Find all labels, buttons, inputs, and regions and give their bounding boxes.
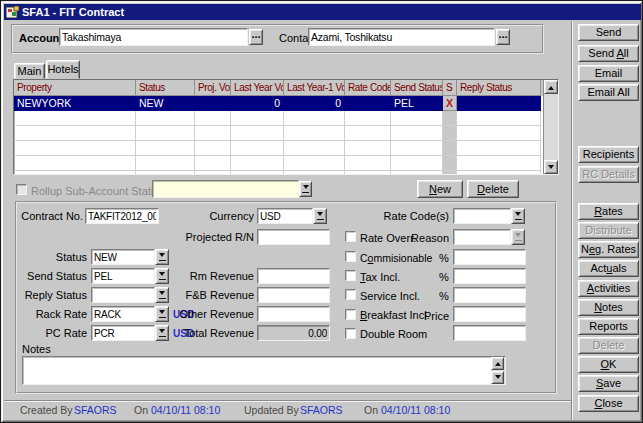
contact-input[interactable]	[308, 28, 495, 46]
side-button-email-all[interactable]: Email All	[578, 84, 639, 101]
rm-revenue-label: Rm Revenue	[179, 270, 254, 282]
side-button-actuals[interactable]: Actuals	[578, 260, 639, 277]
dropdown-arrow-icon	[159, 291, 165, 298]
status-dropdown-button[interactable]	[155, 249, 169, 265]
new-button[interactable]: New	[417, 180, 463, 198]
notes-scrollbar[interactable]	[491, 357, 505, 384]
notes-scroll-up-button[interactable]	[491, 357, 504, 370]
rack-rate-combo	[91, 306, 169, 322]
cell-rate_code	[345, 141, 391, 156]
cell-last_year_vol	[231, 141, 284, 156]
side-button-recipients[interactable]: Recipients	[578, 146, 639, 163]
breakfast-incl-checkbox[interactable]	[345, 309, 356, 320]
service-incl-label: Service Incl.	[360, 290, 420, 302]
table-row-empty[interactable]	[14, 111, 558, 126]
scroll-up-button[interactable]	[544, 80, 558, 94]
other-revenue-input[interactable]	[257, 306, 330, 322]
cell-proj_vol	[195, 126, 231, 141]
currency-dropdown-button[interactable]	[313, 208, 327, 224]
table-row-empty[interactable]	[14, 141, 558, 156]
side-button-neg-rates[interactable]: Neg. Rates	[578, 241, 639, 258]
cell-property	[14, 156, 136, 171]
commissionable-input[interactable]	[453, 249, 526, 265]
table-row-selected[interactable]: NEWYORKNEW00PELX	[14, 96, 558, 111]
table-row-empty[interactable]	[14, 156, 558, 171]
projected-rn-input[interactable]	[257, 229, 330, 245]
updated-on-value: 04/10/11 08:10	[381, 404, 450, 416]
account-browse-button[interactable]: ...	[249, 29, 263, 45]
column-header-s: S	[443, 80, 457, 96]
send-status-dropdown-button[interactable]	[155, 268, 169, 284]
notes-scroll-down-button[interactable]	[491, 371, 504, 384]
side-button-ok[interactable]: OK	[578, 356, 639, 373]
table-scrollbar[interactable]	[543, 80, 558, 174]
rate-codes-input[interactable]	[453, 208, 511, 224]
updated-by-label: Updated By	[244, 404, 299, 416]
pc-rate-input[interactable]	[91, 325, 155, 341]
updated-by-value: SFAORS	[300, 404, 343, 416]
rack-rate-dropdown-button[interactable]	[155, 306, 169, 322]
double-room-input[interactable]	[453, 325, 526, 341]
double-room-checkbox[interactable]	[345, 328, 356, 339]
contract-no-input[interactable]	[85, 208, 159, 224]
tax-incl-unit: %	[439, 271, 449, 283]
reason-label: Reason	[409, 232, 449, 244]
send-status-input[interactable]	[91, 268, 155, 284]
total-revenue-label: Total Revenue	[179, 327, 254, 339]
cell-proj_vol	[195, 141, 231, 156]
cell-s	[443, 141, 457, 156]
scroll-down-button[interactable]	[544, 160, 558, 174]
status-input[interactable]	[91, 249, 155, 265]
account-label: Account	[19, 32, 63, 44]
account-input[interactable]	[59, 28, 248, 46]
table-row-empty[interactable]	[14, 171, 558, 175]
rollup-dropdown-button[interactable]	[299, 181, 312, 197]
side-button-email[interactable]: Email	[578, 65, 639, 82]
cell-rate_code	[345, 111, 391, 126]
pc-rate-dropdown-button[interactable]	[155, 325, 169, 341]
reply-status-dropdown-button[interactable]	[155, 287, 169, 303]
other-revenue-label: Other Revenue	[179, 308, 254, 320]
reason-input[interactable]	[453, 229, 511, 245]
tax-incl-checkbox[interactable]	[345, 270, 356, 281]
cell-property	[14, 171, 136, 175]
delete-row-button[interactable]: Delete	[467, 180, 519, 198]
side-button-activities[interactable]: Activities	[578, 280, 639, 297]
cell-rate_code	[345, 96, 391, 111]
tab-main[interactable]: Main	[14, 63, 45, 79]
notes-textarea[interactable]	[22, 356, 506, 385]
dropdown-arrow-icon	[159, 272, 165, 279]
statusbar-separator	[4, 400, 571, 402]
currency-input[interactable]	[257, 208, 313, 224]
rollup-input[interactable]	[152, 180, 299, 198]
side-button-notes[interactable]: Notes	[578, 299, 639, 316]
rate-overr-checkbox[interactable]	[345, 231, 356, 242]
side-button-send-all[interactable]: Send All	[578, 45, 639, 62]
fb-revenue-input[interactable]	[257, 287, 330, 303]
service-incl-checkbox[interactable]	[345, 289, 356, 300]
tab-hotels[interactable]: Hotels	[46, 60, 80, 79]
table-row-empty[interactable]	[14, 126, 558, 141]
tax-incl-input[interactable]	[453, 268, 526, 284]
rack-rate-input[interactable]	[91, 306, 155, 322]
reply-status-input[interactable]	[91, 287, 155, 303]
commissionable-checkbox[interactable]	[345, 251, 356, 262]
reply-status-label: Reply Status	[11, 289, 87, 301]
side-button-rates[interactable]: Rates	[578, 203, 639, 220]
total-revenue-input	[257, 325, 330, 341]
rate-overr-label: Rate Overr.	[360, 232, 416, 244]
cell-status	[136, 111, 195, 126]
contact-browse-button[interactable]: ...	[496, 29, 510, 45]
rm-revenue-input[interactable]	[257, 268, 330, 284]
title-bar[interactable]: SFA1 - FIT Contract	[4, 4, 641, 20]
arrow-down-icon	[495, 375, 501, 382]
rate-codes-dropdown-button[interactable]	[511, 208, 525, 224]
side-button-save[interactable]: Save	[578, 375, 639, 392]
cell-s	[443, 111, 457, 126]
service-incl-input[interactable]	[453, 287, 526, 303]
cell-send_status	[391, 171, 443, 175]
side-button-reports[interactable]: Reports	[578, 318, 639, 335]
side-button-close[interactable]: Close	[578, 395, 639, 412]
side-button-send[interactable]: Send	[578, 24, 639, 41]
breakfast-price-input[interactable]	[453, 306, 526, 322]
